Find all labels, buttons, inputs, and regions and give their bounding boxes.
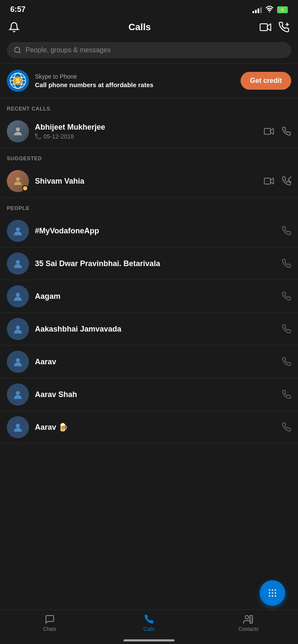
svg-line-5 <box>19 51 20 53</box>
contact-info-aarav-beer: Aarav 🍺 <box>35 423 276 432</box>
wifi-icon <box>265 6 274 14</box>
contact-info-aagam: Aagam <box>35 292 276 301</box>
header: Calls <box>0 17 298 39</box>
bottom-nav: Chats Calls Contacts <box>0 610 298 644</box>
contact-name-aarav: Aarav <box>35 357 276 366</box>
phone-icon-aagam[interactable] <box>282 292 291 301</box>
contacts-icon <box>243 614 253 624</box>
phone-icon-sai[interactable] <box>282 259 291 268</box>
get-credit-button[interactable]: Get credit <box>241 72 291 90</box>
chat-icon <box>45 614 55 624</box>
svg-point-27 <box>275 589 276 591</box>
people-item-aagam[interactable]: Aagam <box>0 280 298 313</box>
avatar-abhijeet <box>7 120 29 142</box>
svg-text:S: S <box>16 77 20 84</box>
contact-actions-aagam <box>282 292 291 301</box>
contact-info-sai: 35 Sai Dwar Pravinbhai. Betarivala <box>35 259 276 268</box>
video-icon-abhijeet[interactable] <box>264 127 274 136</box>
svg-point-23 <box>16 391 20 395</box>
header-left <box>9 22 20 33</box>
avatar-aakash <box>7 318 29 340</box>
contact-actions-aarav <box>282 357 291 366</box>
svg-point-18 <box>16 227 20 231</box>
svg-rect-1 <box>260 24 267 31</box>
contact-actions-aakash <box>282 324 291 334</box>
search-bar[interactable]: People, groups & messages <box>7 42 291 58</box>
phone-icon-abhijeet[interactable] <box>282 127 291 136</box>
avatar-aagam <box>7 285 29 307</box>
video-icon-shivam[interactable] <box>264 177 274 185</box>
svg-point-34 <box>245 616 249 619</box>
people-item-aarav-beer[interactable]: Aarav 🍺 <box>0 411 298 444</box>
nav-contacts[interactable]: Contacts <box>199 610 298 634</box>
svg-point-32 <box>272 595 273 597</box>
battery-icon: ⚡ <box>277 6 288 13</box>
phone-icon-aakash[interactable] <box>282 324 291 334</box>
phone-icon-myvoda[interactable] <box>282 226 291 235</box>
nav-calls[interactable]: Calls <box>99 610 198 634</box>
svg-point-30 <box>275 592 276 594</box>
contact-actions-abhijeet <box>264 127 291 136</box>
people-item-aarav-shah[interactable]: Aarav Shah <box>0 378 298 411</box>
notification-button[interactable] <box>9 22 20 33</box>
svg-point-16 <box>16 177 20 181</box>
contact-actions-sai <box>282 259 291 268</box>
people-item-aarav[interactable]: Aarav <box>0 346 298 378</box>
people-item-myvoda[interactable]: #MyVodafoneApp <box>0 215 298 247</box>
page-title: Calls <box>129 22 151 33</box>
contact-actions-aarav-shah <box>282 390 291 399</box>
status-time: 6:57 <box>10 5 26 14</box>
svg-point-21 <box>16 326 20 329</box>
contact-info-myvoda: #MyVodafoneApp <box>35 227 276 235</box>
recent-call-abhijeet[interactable]: Abhijeet Mukherjee 05-12-2018 <box>0 115 298 148</box>
contact-name-aakash: Aakashbhai Jamvavada <box>35 325 276 334</box>
svg-point-26 <box>272 589 273 591</box>
svg-point-25 <box>269 589 270 591</box>
contact-name-aarav-shah: Aarav Shah <box>35 390 276 399</box>
phone-icon-aarav[interactable] <box>282 357 291 366</box>
svg-point-0 <box>269 11 270 12</box>
contact-date-abhijeet: 05-12-2018 <box>43 133 74 140</box>
svg-point-19 <box>16 260 20 264</box>
main-content: RECENT CALLS Abhijeet Mukherjee 05-12-20… <box>0 98 298 486</box>
avatar-sai <box>7 252 29 275</box>
signal-icon <box>252 6 262 13</box>
skype-banner-subtitle: Call phone numbers at affordable rates <box>35 81 235 88</box>
search-placeholder: People, groups & messages <box>26 46 111 54</box>
nav-chats-label: Chats <box>43 626 56 632</box>
svg-point-28 <box>269 592 270 594</box>
phone-icon-aarav-shah[interactable] <box>282 390 291 399</box>
status-bar: 6:57 ⚡ <box>0 0 298 17</box>
recent-calls-header: RECENT CALLS <box>0 98 298 115</box>
add-call-button[interactable] <box>278 22 289 33</box>
svg-point-33 <box>275 595 276 597</box>
status-icons: ⚡ <box>252 6 288 14</box>
suggested-shivam[interactable]: Shivam Vahia <box>0 165 298 198</box>
skype-banner-text: Skype to Phone Call phone numbers at aff… <box>35 73 235 88</box>
skype-logo-icon: S <box>7 70 29 92</box>
avatar-aarav <box>7 351 29 373</box>
avatar-aarav-beer <box>7 416 29 438</box>
dialpad-fab[interactable] <box>260 580 285 606</box>
header-right <box>260 22 289 33</box>
contact-name-aagam: Aagam <box>35 292 276 301</box>
svg-point-24 <box>16 424 20 428</box>
video-call-button[interactable] <box>260 23 272 32</box>
contact-info-aakash: Aakashbhai Jamvavada <box>35 325 276 334</box>
suggested-header: SUGGESTED <box>0 148 298 165</box>
search-container: People, groups & messages <box>0 39 298 63</box>
home-indicator <box>123 639 175 641</box>
nav-calls-label: Calls <box>143 626 155 632</box>
nav-chats[interactable]: Chats <box>0 610 99 634</box>
avatar-aarav-shah <box>7 383 29 406</box>
contact-name-sai: 35 Sai Dwar Pravinbhai. Betarivala <box>35 259 276 268</box>
svg-point-14 <box>16 128 20 131</box>
phone-icon-aarav-beer[interactable] <box>282 423 291 432</box>
contact-info-shivam: Shivam Vahia <box>35 177 258 186</box>
phone-missed-icon-shivam[interactable] <box>282 176 291 186</box>
people-item-aakash[interactable]: Aakashbhai Jamvavada <box>0 313 298 346</box>
contact-name-shivam: Shivam Vahia <box>35 177 258 186</box>
contact-info-aarav-shah: Aarav Shah <box>35 390 276 399</box>
search-icon <box>14 46 21 54</box>
people-item-sai[interactable]: 35 Sai Dwar Pravinbhai. Betarivala <box>0 247 298 280</box>
